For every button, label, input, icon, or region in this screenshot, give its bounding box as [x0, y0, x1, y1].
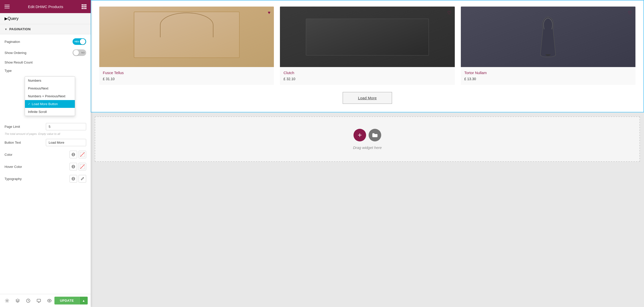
pagination-label: Pagination [5, 40, 20, 44]
product-info-3: Tortor Nullam £ 13.30 [461, 67, 635, 85]
svg-rect-16 [37, 299, 41, 302]
drop-zone[interactable]: + Drag widget here [95, 116, 640, 162]
hamburger-icon[interactable] [5, 5, 10, 8]
pagination-toggle-thumb [80, 39, 85, 44]
typography-field-row: Typography [5, 175, 86, 182]
history-icon[interactable] [24, 297, 32, 305]
update-dropdown-button[interactable]: ▲ [79, 297, 88, 304]
preview-icon[interactable] [45, 297, 53, 305]
product-info-2: Clutch £ 32.10 [280, 67, 455, 85]
load-more-button[interactable]: Load More [343, 92, 392, 104]
products-grid: Fusce Tellus £ 31.10 ♥ Clutch £ 32.10 ♡ [99, 7, 635, 85]
product-card-2: Clutch £ 32.10 ♡ [280, 7, 455, 85]
drop-zone-buttons: + [353, 129, 381, 141]
color-global-btn[interactable] [70, 151, 77, 158]
product-name-1: Fusce Tellus [103, 71, 270, 75]
hover-color-clear-btn[interactable] [79, 163, 86, 170]
product-price-3: £ 13.30 [464, 77, 632, 81]
product-name-2: Clutch [283, 71, 451, 75]
pagination-toggle-track[interactable]: YES [73, 38, 86, 45]
dropdown-item-numbers-label: Numbers [28, 79, 41, 82]
color-controls [70, 151, 86, 158]
product-price-2: £ 32.10 [283, 77, 451, 81]
type-field-row: Type Numbers Previous/Next Numbers + Pre… [5, 69, 86, 73]
bottom-toolbar: UPDATE ▲ [0, 294, 91, 307]
layers-icon[interactable] [14, 297, 22, 305]
settings-icon[interactable] [3, 297, 11, 305]
show-ordering-label: Show Ordering [5, 51, 26, 55]
stack-icon [15, 298, 20, 303]
heart-icon-2[interactable]: ♡ [447, 10, 451, 16]
products-widget: Fusce Tellus £ 31.10 ♥ Clutch £ 32.10 ♡ [91, 0, 644, 112]
eye-icon [47, 298, 52, 303]
pencil-icon [81, 177, 84, 180]
button-text-label: Button Text [5, 141, 21, 144]
show-ordering-toggle[interactable]: NO [73, 49, 86, 56]
dropdown-item-load-more-check: ✓ [28, 102, 30, 106]
left-panel: Edit DHWC Products ▶ Query ▼ Pagination … [0, 0, 91, 307]
dropdown-item-infinite-scroll[interactable]: Infinite Scroll [25, 108, 75, 116]
show-ordering-field-row: Show Ordering NO [5, 49, 86, 56]
dropdown-item-prev-next-label: Previous/Next [28, 86, 48, 90]
type-dropdown-menu: Numbers Previous/Next Numbers + Previous… [25, 76, 75, 116]
dropdown-item-numbers-prev-next-label: Numbers + Previous/Next [28, 94, 65, 98]
product-image-2 [280, 7, 455, 67]
product-price-1: £ 31.10 [103, 77, 270, 81]
add-widget-button[interactable]: + [353, 129, 366, 141]
dropdown-item-load-more-label: Load More Button [32, 102, 58, 106]
heart-icon-3[interactable]: ♡ [628, 10, 632, 16]
product-image-3 [461, 7, 635, 67]
color-clear-btn[interactable] [79, 151, 86, 158]
show-ordering-toggle-thumb [73, 50, 79, 55]
load-more-container: Load More [99, 92, 635, 104]
panel-header: Edit DHWC Products [0, 0, 91, 13]
hover-color-global-btn[interactable] [70, 163, 77, 170]
bottom-icons [3, 297, 53, 305]
dropdown-item-numbers-prev-next[interactable]: Numbers + Previous/Next [25, 92, 75, 100]
folder-button[interactable] [369, 129, 381, 141]
typography-controls [70, 175, 86, 182]
hover-color-controls [70, 163, 86, 170]
folder-icon [372, 133, 378, 137]
heart-icon-1[interactable]: ♥ [268, 10, 271, 15]
dropdown-item-prev-next[interactable]: Previous/Next [25, 84, 75, 92]
update-btn-group: UPDATE ▲ [54, 297, 88, 304]
color-label: Color [5, 153, 12, 157]
show-result-count-field-row: Show Result Count [5, 60, 86, 64]
dropdown-item-load-more[interactable]: ✓ Load More Button [25, 100, 75, 108]
typography-global-btn[interactable] [70, 175, 77, 182]
product-info-1: Fusce Tellus £ 31.10 [99, 67, 274, 85]
color-field-row: Color [5, 151, 86, 158]
hover-globe-icon [72, 165, 75, 168]
pagination-section-body: Pagination YES Show Ordering NO [0, 34, 91, 191]
grid-icon[interactable] [82, 4, 86, 9]
pagination-toggle[interactable]: YES [73, 38, 86, 45]
panel-content: ▶ Query ▼ Pagination Pagination YES S [0, 13, 91, 307]
typography-edit-btn[interactable] [79, 175, 86, 182]
main-area: Fusce Tellus £ 31.10 ♥ Clutch £ 32.10 ♡ [91, 0, 644, 307]
type-label: Type [5, 69, 12, 73]
svg-point-19 [49, 300, 50, 301]
typography-label: Typography [5, 177, 22, 181]
query-section-header[interactable]: ▶ Query [0, 13, 91, 24]
device-icon[interactable] [35, 297, 43, 305]
page-limit-hint: The total amount of pages. Empty value t… [5, 132, 86, 135]
dropdown-item-numbers[interactable]: Numbers [25, 77, 75, 84]
update-button[interactable]: UPDATE [54, 297, 79, 304]
hover-slash-icon [80, 164, 85, 169]
show-ordering-toggle-label: NO [81, 51, 85, 54]
query-section-title: Query [8, 16, 19, 21]
gear-icon [5, 298, 9, 303]
pagination-arrow: ▼ [5, 28, 7, 31]
button-text-input[interactable] [46, 139, 86, 146]
product-name-3: Tortor Nullam [464, 71, 632, 75]
hover-color-label: Hover Color [5, 165, 22, 169]
dropdown-item-infinite-scroll-label: Infinite Scroll [28, 110, 47, 114]
pagination-section-header[interactable]: ▼ Pagination [0, 24, 91, 34]
page-limit-input[interactable] [46, 123, 86, 130]
product-card: Fusce Tellus £ 31.10 ♥ [99, 7, 274, 85]
show-ordering-toggle-track[interactable]: NO [73, 49, 86, 56]
drop-zone-text: Drag widget here [353, 145, 382, 150]
panel-title: Edit DHWC Products [28, 5, 63, 9]
clock-icon [26, 298, 30, 303]
